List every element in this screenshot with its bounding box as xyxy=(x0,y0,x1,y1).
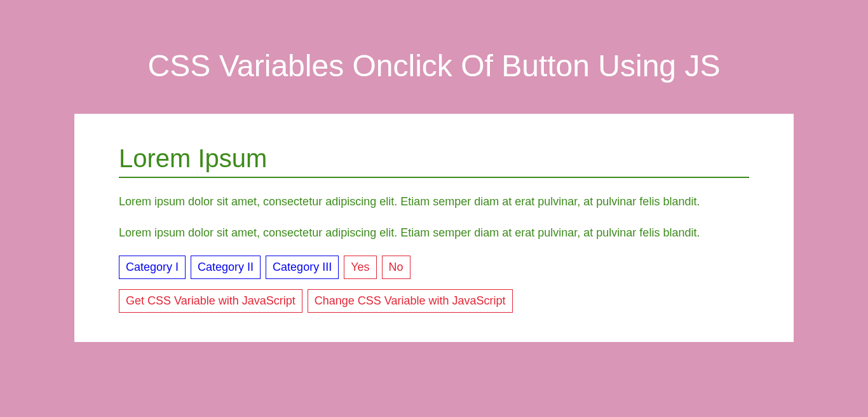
paragraph-1: Lorem ipsum dolor sit amet, consectetur … xyxy=(119,193,749,210)
category-3-button[interactable]: Category III xyxy=(266,256,339,279)
no-button[interactable]: No xyxy=(382,256,410,279)
button-row-2: Get CSS Variable with JavaScript Change … xyxy=(119,289,749,313)
page-title: CSS Variables Onclick Of Button Using JS xyxy=(0,0,868,114)
yes-button[interactable]: Yes xyxy=(344,256,376,279)
paragraph-2: Lorem ipsum dolor sit amet, consectetur … xyxy=(119,224,749,242)
category-2-button[interactable]: Category II xyxy=(191,256,261,279)
category-1-button[interactable]: Category I xyxy=(119,256,186,279)
divider xyxy=(119,177,749,178)
section-heading: Lorem Ipsum xyxy=(119,144,749,173)
get-css-variable-button[interactable]: Get CSS Variable with JavaScript xyxy=(119,289,302,313)
content-card: Lorem Ipsum Lorem ipsum dolor sit amet, … xyxy=(74,114,794,342)
change-css-variable-button[interactable]: Change CSS Variable with JavaScript xyxy=(308,289,513,313)
button-row-1: Category I Category II Category III Yes … xyxy=(119,256,749,279)
